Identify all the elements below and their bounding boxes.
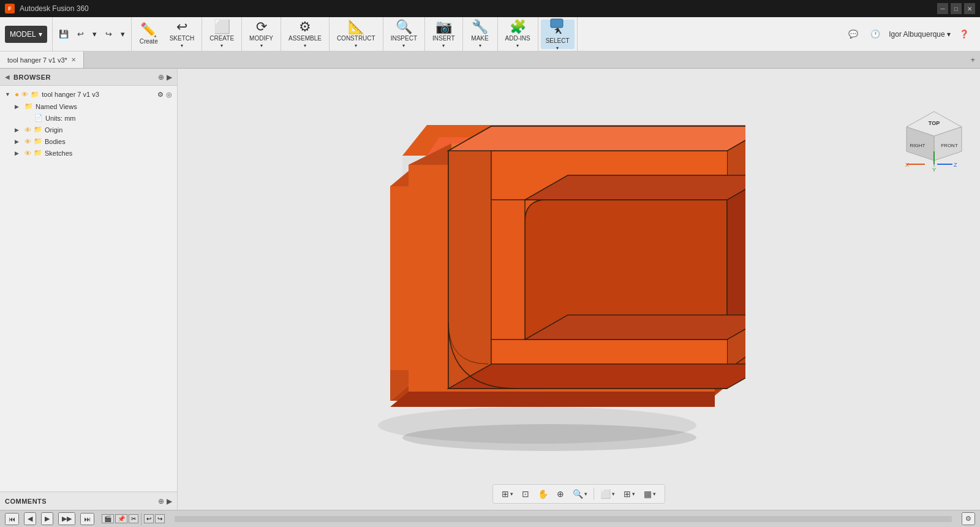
status-right: ⚙ bbox=[962, 512, 975, 525]
timeline-scrubber[interactable] bbox=[175, 516, 952, 522]
save-button[interactable]: 💾 bbox=[55, 27, 72, 41]
sketches-label: Sketches bbox=[45, 150, 172, 157]
origin-eye-icon[interactable]: 👁 bbox=[24, 126, 31, 134]
sketch-create-button[interactable]: ✏️ Create bbox=[134, 20, 164, 49]
title-bar: F Autodesk Fusion 360 ─ □ ✕ bbox=[0, 0, 980, 17]
undo-arrow[interactable]: ▾ bbox=[89, 27, 100, 41]
root-expand-arrow[interactable]: ▼ bbox=[5, 91, 12, 97]
sketches-folder-icon: 📁 bbox=[34, 149, 42, 157]
modify-button[interactable]: ⟳ MODIFY ▾ bbox=[244, 20, 278, 49]
named-views-expand[interactable]: ▶ bbox=[15, 104, 22, 110]
tree-bodies[interactable]: ▶ 👁 📁 Bodies bbox=[0, 135, 177, 147]
select-icon bbox=[549, 18, 565, 36]
comments-collapse-button[interactable]: ▶ bbox=[167, 497, 172, 506]
view-cube-svg: TOP FRONT RIGHT X Y bbox=[900, 105, 968, 173]
timeline-undo-button[interactable]: ↩ bbox=[144, 514, 154, 523]
timeline-delete-button[interactable]: ✂ bbox=[129, 514, 138, 523]
sketches-eye-icon[interactable]: 👁 bbox=[24, 150, 31, 157]
help-button[interactable]: ❓ bbox=[956, 27, 973, 41]
make-button[interactable]: 🔧 MAKE ▾ bbox=[466, 20, 495, 49]
svg-marker-50 bbox=[448, 364, 745, 389]
sketch-dropdown-button[interactable]: ↩ SKETCH ▾ bbox=[165, 20, 200, 49]
browser-settings-button[interactable]: ⊕ bbox=[158, 73, 164, 82]
viewport[interactable]: TOP FRONT RIGHT X Y bbox=[178, 69, 980, 510]
status-settings-button[interactable]: ⚙ bbox=[962, 512, 975, 525]
root-target-icon[interactable]: ◎ bbox=[166, 91, 172, 99]
timeline-sep1 bbox=[141, 513, 141, 525]
tree-named-views[interactable]: ▶ 📁 Named Views bbox=[0, 100, 177, 112]
pan-button[interactable]: ✋ bbox=[534, 487, 552, 501]
display-mode-button[interactable]: ⬜▾ bbox=[597, 487, 619, 501]
addins-icon: 🧩 bbox=[510, 20, 526, 34]
addins-label: ADD-INS bbox=[505, 35, 530, 42]
root-folder-icon: 📁 bbox=[31, 91, 39, 99]
bodies-expand[interactable]: ▶ bbox=[15, 138, 22, 145]
toolbar-select-section: SELECT ▾ bbox=[538, 17, 578, 51]
close-button[interactable]: ✕ bbox=[964, 3, 975, 14]
comments-settings-button[interactable]: ⊕ bbox=[158, 497, 164, 506]
clock-button[interactable]: 🕐 bbox=[867, 27, 884, 41]
select-button[interactable]: SELECT ▾ bbox=[541, 20, 575, 49]
timeline-keyframe-button[interactable]: 🎬 bbox=[102, 514, 114, 523]
grid-settings-button[interactable]: ⊞▾ bbox=[498, 487, 517, 501]
tree-units[interactable]: ▶ 📄 Units: mm bbox=[0, 112, 177, 124]
minimize-button[interactable]: ─ bbox=[937, 3, 948, 14]
tab-bar: tool hanger 7 v1 v3* ✕ + bbox=[0, 51, 980, 69]
create-button[interactable]: ⬜ CREATE ▾ bbox=[205, 20, 239, 49]
model-selector[interactable]: MODEL ▾ bbox=[5, 26, 47, 43]
zoom-button[interactable]: 🔍▾ bbox=[569, 487, 591, 501]
active-tab[interactable]: tool hanger 7 v1 v3* ✕ bbox=[0, 51, 84, 68]
comments-label: COMMENTS bbox=[5, 498, 47, 505]
named-views-label: Named Views bbox=[36, 103, 172, 110]
construct-button[interactable]: 📐 CONSTRUCT ▾ bbox=[332, 20, 380, 49]
root-eye-icon[interactable]: 👁 bbox=[21, 91, 28, 98]
inspect-button[interactable]: 🔍 INSPECT ▾ bbox=[386, 20, 422, 49]
tree-root[interactable]: ▼ ● 👁 📁 tool hanger 7 v1 v3 ⚙ ◎ bbox=[0, 88, 177, 100]
sketch-icon: ✏️ bbox=[140, 23, 157, 37]
browser-collapse-button[interactable]: ▶ bbox=[167, 73, 172, 82]
playback-play-button[interactable]: ▶ bbox=[41, 512, 53, 525]
browser-toggle[interactable]: ◀ bbox=[5, 74, 10, 80]
assemble-button[interactable]: ⚙ ASSEMBLE ▾ bbox=[284, 20, 326, 49]
grid-display-button[interactable]: ⊞▾ bbox=[620, 487, 639, 501]
sketches-expand[interactable]: ▶ bbox=[15, 150, 22, 156]
timeline-redo-button[interactable]: ↪ bbox=[155, 514, 165, 523]
modify-icon: ⟳ bbox=[256, 20, 267, 34]
addins-button[interactable]: 🧩 ADD-INS ▾ bbox=[500, 20, 535, 49]
fit-button[interactable]: ⊕ bbox=[553, 487, 568, 501]
chat-button[interactable]: 💬 bbox=[845, 27, 862, 41]
origin-expand[interactable]: ▶ bbox=[15, 127, 22, 133]
playback-next-button[interactable]: ▶▶ bbox=[58, 512, 75, 525]
make-label: MAKE bbox=[471, 35, 488, 42]
insert-icon: 📷 bbox=[435, 20, 452, 34]
root-settings-icon[interactable]: ⚙ bbox=[157, 91, 164, 99]
root-bullet-icon: ● bbox=[15, 90, 19, 99]
new-tab-button[interactable]: + bbox=[965, 51, 980, 68]
svg-marker-54 bbox=[448, 126, 745, 151]
toolbar-create-section: ⬜ CREATE ▾ bbox=[202, 17, 242, 51]
tab-name: tool hanger 7 v1 v3* bbox=[7, 56, 67, 64]
playback-prev-button[interactable]: ◀ bbox=[24, 512, 36, 525]
undo-button[interactable]: ↩ bbox=[74, 27, 88, 41]
orbit-button[interactable]: ⊡ bbox=[518, 487, 533, 501]
tree-origin[interactable]: ▶ 👁 📁 Origin bbox=[0, 124, 177, 135]
title-bar-controls: ─ □ ✕ bbox=[937, 3, 975, 14]
view-cube[interactable]: TOP FRONT RIGHT X Y bbox=[900, 105, 962, 167]
timeline-insert-button[interactable]: 📌 bbox=[115, 514, 127, 523]
sketch-label: SKETCH bbox=[170, 35, 195, 42]
user-name: Igor Albuquerque ▾ bbox=[889, 30, 951, 39]
comments-panel[interactable]: COMMENTS ⊕ ▶ bbox=[0, 491, 177, 510]
playback-first-button[interactable]: ⏮ bbox=[5, 513, 19, 525]
redo-button[interactable]: ↪ bbox=[102, 27, 116, 41]
redo-arrow[interactable]: ▾ bbox=[117, 27, 129, 41]
tree-sketches[interactable]: ▶ 👁 📁 Sketches bbox=[0, 147, 177, 159]
insert-button[interactable]: 📷 INSERT ▾ bbox=[428, 20, 460, 49]
playback-last-button[interactable]: ⏭ bbox=[80, 513, 94, 525]
svg-rect-0 bbox=[551, 19, 563, 28]
create-icon: ⬜ bbox=[214, 20, 230, 34]
bodies-eye-icon[interactable]: 👁 bbox=[24, 138, 31, 145]
visual-style-button[interactable]: ▦▾ bbox=[640, 487, 660, 501]
tab-close-button[interactable]: ✕ bbox=[71, 56, 76, 63]
viewport-canvas: TOP FRONT RIGHT X Y bbox=[178, 69, 980, 510]
maximize-button[interactable]: □ bbox=[951, 3, 962, 14]
